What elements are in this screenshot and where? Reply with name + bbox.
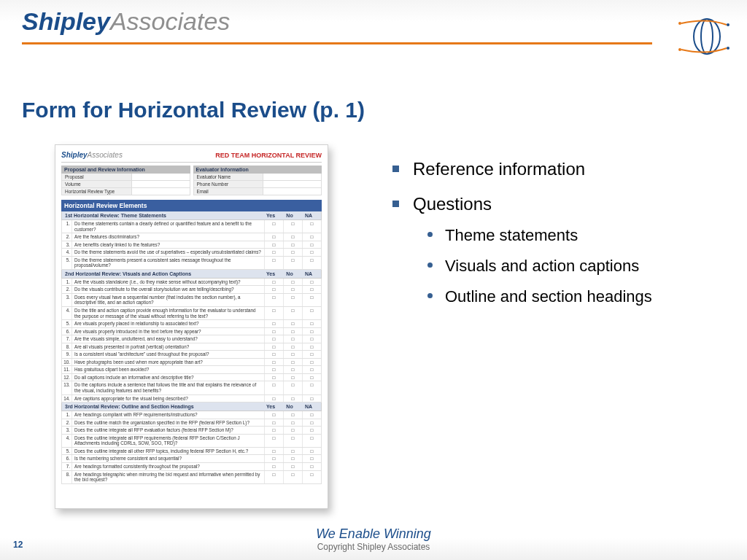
svg-point-5: [727, 47, 729, 50]
bullet-questions: Questions Theme statements Visuals and a…: [387, 194, 722, 306]
sub-theme: Theme statements: [423, 226, 722, 245]
footer: We Enable Winning Copyright Shipley Asso…: [0, 526, 747, 560]
svg-point-1: [694, 19, 720, 54]
svg-point-2: [678, 22, 681, 25]
slide: ShipleyAssociates Form for Horizontal Re…: [0, 0, 747, 560]
form-thumbnail: ShipleyAssociates RED TEAM HORIZONTAL RE…: [55, 144, 328, 509]
bullet-list: Reference information Questions Theme st…: [387, 159, 722, 321]
globe-icon: [667, 15, 732, 58]
svg-point-0: [701, 19, 713, 54]
brand-strong: Shipley: [22, 7, 110, 35]
svg-point-4: [678, 48, 681, 51]
svg-point-3: [727, 23, 729, 26]
sub-outline: Outline and section headings: [423, 287, 722, 306]
brand-logo: ShipleyAssociates: [22, 7, 230, 36]
slide-title: Form for Horizontal Review (p. 1): [22, 98, 365, 122]
page-number: 12: [13, 540, 23, 550]
brand-light: Associates: [110, 7, 230, 35]
form-brand: ShipleyAssociates: [61, 151, 123, 159]
footer-copyright: Copyright Shipley Associates: [0, 542, 747, 552]
form-title: RED TEAM HORIZONTAL REVIEW: [215, 152, 322, 159]
sub-visuals: Visuals and action captions: [423, 257, 722, 276]
evaluator-info-box: Evaluator Information Evaluator Name Pho…: [193, 166, 322, 195]
bullet-reference: Reference information: [387, 159, 722, 179]
footer-tagline: We Enable Winning: [0, 526, 747, 542]
orange-divider: [22, 42, 652, 44]
form-band: Horizontal Review Elements: [61, 200, 322, 211]
proposal-info-box: Proposal and Review Information Proposal…: [61, 166, 190, 195]
header-bar: ShipleyAssociates: [0, 0, 747, 58]
